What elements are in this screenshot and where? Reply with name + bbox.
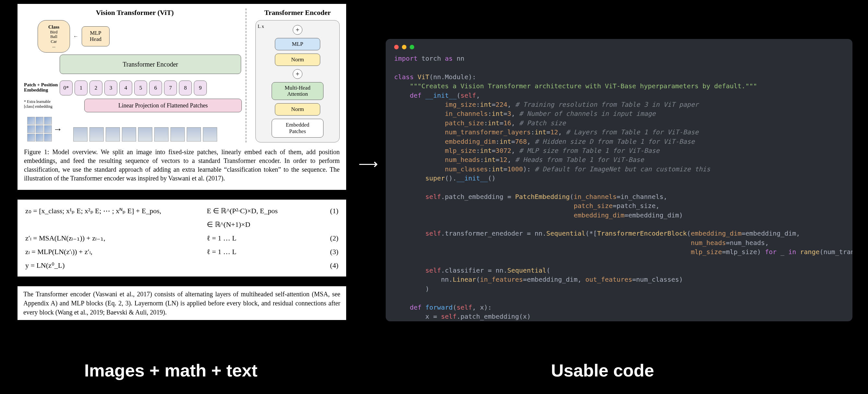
equation-condition: E ∈ ℝ^(P²·C)×D, E_pos ∈ ℝ^(N+1)×D bbox=[207, 204, 278, 231]
full-image-grid bbox=[27, 117, 52, 141]
figure-panel: Vision Transformer (ViT) Class Bird Ball… bbox=[18, 4, 346, 190]
add-icon: + bbox=[293, 25, 302, 35]
window-traffic-lights bbox=[394, 45, 844, 49]
class-box-items: Bird Ball Car ... bbox=[50, 30, 57, 48]
position-token: 1 bbox=[74, 81, 88, 95]
encoder-mha-block: Multi-Head Attention bbox=[272, 82, 323, 100]
position-token: 5 bbox=[134, 81, 147, 95]
position-token: 9 bbox=[194, 81, 207, 95]
encoder-description: The Transformer encoder (Vaswani et al.,… bbox=[18, 286, 346, 320]
transformer-encoder-box: Transformer Encoder bbox=[60, 55, 241, 74]
code-window: import torch as nn class ViT(nn.Module):… bbox=[386, 39, 852, 321]
embedded-patches-block: Embedded Patches bbox=[272, 119, 323, 138]
maximize-icon[interactable] bbox=[410, 45, 414, 49]
class-output-box: Class Bird Ball Car ... bbox=[38, 20, 70, 53]
encoder-norm-block-2: Norm bbox=[275, 103, 320, 116]
equation-row: z′ₗ = MSA(LN(zₗ₋₁)) + zₗ₋₁,ℓ = 1 … L(2) bbox=[25, 231, 338, 245]
position-token: 0* bbox=[60, 81, 72, 95]
equation-condition: ℓ = 1 … L bbox=[207, 245, 278, 259]
equation-lhs: z₀ = [x_class; x¹ₚ E; x²ₚ E; ⋯ ; xᴺₚ E] … bbox=[25, 204, 207, 218]
position-token: 3 bbox=[104, 81, 117, 95]
encoder-norm-block-1: Norm bbox=[275, 54, 320, 66]
patch-strip bbox=[73, 117, 217, 141]
position-token: 6 bbox=[149, 81, 162, 95]
position-token: 2 bbox=[89, 81, 102, 95]
extra-learnable-label: * Extra learnable [class] embedding bbox=[24, 99, 53, 109]
equation-number: (2) bbox=[330, 231, 338, 245]
equation-lhs: zₗ = MLP(LN(z′ₗ)) + z′ₗ, bbox=[25, 245, 207, 259]
equation-row: z₀ = [x_class; x¹ₚ E; x²ₚ E; ⋯ ; xᴺₚ E] … bbox=[25, 204, 338, 231]
code-content: import torch as nn class ViT(nn.Module):… bbox=[394, 54, 844, 321]
l-times-label: L x bbox=[258, 24, 264, 29]
class-box-title: Class bbox=[48, 24, 59, 30]
minimize-icon[interactable] bbox=[402, 45, 406, 49]
flow-arrow-icon: ⟶ bbox=[359, 156, 378, 172]
position-token: 4 bbox=[119, 81, 132, 95]
equations-panel: z₀ = [x_class; x¹ₚ E; x²ₚ E; ⋯ ; xᴺₚ E] … bbox=[18, 200, 346, 277]
linear-projection-box: Linear Projection of Flattened Patches bbox=[84, 98, 242, 112]
equation-number: (4) bbox=[330, 259, 338, 272]
arrow-left-icon: ← bbox=[73, 33, 79, 39]
encoder-title: Transformer Encoder bbox=[255, 8, 340, 17]
encoder-stack: L x + MLP Norm + Multi-Head Attention No… bbox=[255, 20, 340, 142]
position-token: 8 bbox=[179, 81, 192, 95]
equation-lhs: z′ₗ = MSA(LN(zₗ₋₁)) + zₗ₋₁, bbox=[25, 231, 207, 245]
equation-row: y = LN(z⁰_L)(4) bbox=[25, 259, 338, 272]
close-icon[interactable] bbox=[394, 45, 399, 49]
figure-caption: Figure 1: Model overview. We split an im… bbox=[24, 148, 340, 183]
encoder-mlp-block: MLP bbox=[275, 38, 320, 50]
left-column: Vision Transformer (ViT) Class Bird Ball… bbox=[18, 4, 346, 330]
equation-number: (3) bbox=[330, 245, 338, 259]
equation-lhs: y = LN(z⁰_L) bbox=[25, 259, 207, 272]
equation-condition: ℓ = 1 … L bbox=[207, 231, 278, 245]
image-patches-row: → bbox=[27, 117, 246, 141]
right-caption: Usable code bbox=[551, 360, 654, 381]
equation-number: (1) bbox=[330, 204, 338, 218]
patch-position-label: Patch + Position Embedding bbox=[24, 82, 58, 93]
arrow-right-icon: → bbox=[53, 124, 62, 134]
token-row: 0*123456789 bbox=[60, 81, 246, 95]
mlp-head-box: MLP Head bbox=[82, 26, 110, 47]
add-icon: + bbox=[293, 69, 302, 79]
vit-title: Vision Transformer (ViT) bbox=[24, 8, 246, 17]
left-caption: Images + math + text bbox=[84, 360, 257, 381]
position-token: 7 bbox=[164, 81, 177, 95]
equation-row: zₗ = MLP(LN(z′ₗ)) + z′ₗ,ℓ = 1 … L(3) bbox=[25, 245, 338, 259]
